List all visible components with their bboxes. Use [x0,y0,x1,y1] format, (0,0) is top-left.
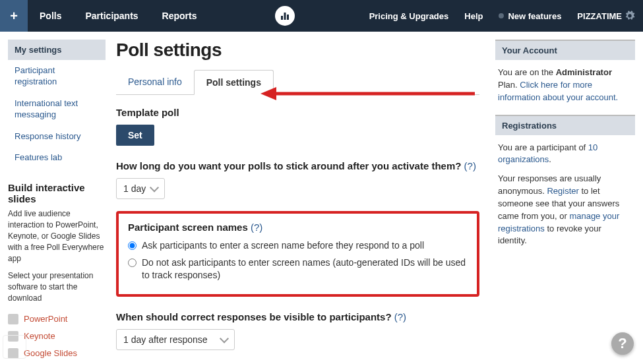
tab-personal-info[interactable]: Personal info [116,70,194,94]
stick-around-select[interactable]: 1 day [116,178,165,199]
tab-poll-settings[interactable]: Poll settings [194,70,274,95]
registrations-heading: Registrations [495,115,635,135]
main-content: Poll settings Personal info Poll setting… [116,40,485,364]
corner-icon [3,335,26,359]
radio-no-screen-name[interactable]: Do not ask participants to enter screen … [128,257,468,282]
radio-label: Do not ask participants to enter screen … [142,257,468,282]
build-slides-heading: Build interactive slides [8,182,106,204]
registrations-body: You are a participant of 10 organization… [495,135,635,258]
svg-rect-2 [287,15,289,20]
bars-icon [280,11,290,21]
logo[interactable] [209,6,361,26]
new-button[interactable]: + [0,0,28,32]
sidebar-features-lab[interactable]: Features lab [8,147,106,169]
top-navbar: + Polls Participants Reports Pricing & U… [0,0,643,32]
select-software-text: Select your presentation software to sta… [8,270,106,303]
template-poll-label: Template poll [116,107,479,118]
correct-responses-question: When should correct responses be visible… [116,311,479,322]
help-icon[interactable]: (?) [464,160,476,171]
nav-polls[interactable]: Polls [28,0,73,32]
your-account-body: You are on the Administrator Plan. Click… [495,60,635,115]
svg-rect-0 [281,16,283,20]
screen-names-highlight: Participant screen names (?) Ask partici… [116,211,479,297]
help-fab[interactable]: ? [611,332,634,355]
sidebar: My settings Participant registration Int… [8,40,106,364]
register-link[interactable]: Register [547,186,578,196]
sidebar-intl-text[interactable]: International text messaging [8,93,106,126]
gear-icon [625,11,635,21]
nav-pricing[interactable]: Pricing & Upgrades [361,0,457,32]
nav-help[interactable]: Help [456,0,491,32]
sidebar-participant-registration[interactable]: Participant registration [8,60,106,93]
sidebar-response-history[interactable]: Response history [8,126,106,148]
nav-reports[interactable]: Reports [150,0,209,32]
sidebar-my-settings[interactable]: My settings [8,40,106,60]
settings-tabs: Personal info Poll settings [116,70,479,95]
svg-rect-1 [284,13,286,20]
stick-around-question: How long do you want your polls to stick… [116,160,479,171]
download-powerpoint[interactable]: PowerPoint [8,311,106,328]
radio-input[interactable] [128,241,137,250]
set-button[interactable]: Set [116,125,154,146]
nav-new-features[interactable]: New features [491,0,569,32]
powerpoint-icon [8,314,18,324]
build-slides-text: Add live audience interaction to PowerPo… [8,208,106,264]
radio-label: Ask participants to enter a screen name … [142,239,424,253]
nav-user[interactable]: PIZZATIME [569,0,643,32]
nav-participants[interactable]: Participants [73,0,150,32]
dot-icon [499,13,504,18]
radio-input[interactable] [128,258,137,267]
help-icon[interactable]: (?) [251,222,262,233]
page-title: Poll settings [116,40,479,61]
help-icon[interactable]: (?) [394,311,406,322]
radio-ask-screen-name[interactable]: Ask participants to enter a screen name … [128,239,468,253]
screen-names-label: Participant screen names (?) [128,222,468,233]
correct-responses-select[interactable]: 1 day after response [116,329,235,350]
right-column: Your Account You are on the Administrato… [495,40,635,364]
your-account-heading: Your Account [495,40,635,60]
